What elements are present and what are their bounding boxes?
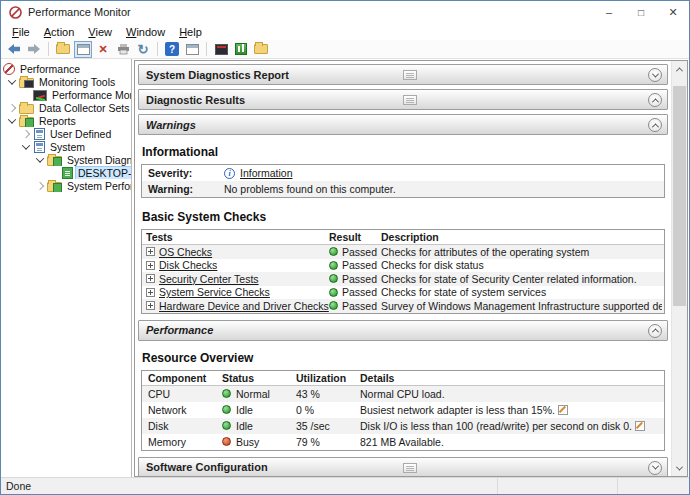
collapse-button[interactable] xyxy=(648,461,662,475)
section-performance[interactable]: Performance xyxy=(138,320,668,341)
help-icon[interactable]: ? xyxy=(163,41,181,58)
test-link[interactable]: Disk Checks xyxy=(159,259,217,271)
test-link[interactable]: System Service Checks xyxy=(159,286,270,298)
note-icon[interactable] xyxy=(635,421,645,431)
expand-chevron-icon[interactable] xyxy=(8,115,16,123)
menu-help[interactable]: Help xyxy=(172,25,209,39)
console-tree: Performance Monitoring Tools Performance… xyxy=(1,59,132,477)
tree-item-reports[interactable]: Reports xyxy=(1,114,131,127)
section-software-configuration[interactable]: Software Configuration xyxy=(138,457,668,477)
tree-item-system-diagnostics[interactable]: System Diagnostics xyxy=(1,153,131,166)
print-icon[interactable] xyxy=(114,41,132,58)
expand-plus-icon[interactable] xyxy=(146,261,155,270)
export-icon[interactable] xyxy=(54,41,72,58)
collapse-button[interactable] xyxy=(648,118,662,132)
expand-chevron-icon[interactable] xyxy=(36,154,44,162)
expand-chevron-icon[interactable] xyxy=(22,129,30,137)
basic-system-checks: Basic System Checks Tests Result Descrip… xyxy=(138,204,668,320)
table-row: Network Idle 0 % Busiest network adapter… xyxy=(142,402,664,418)
chevron-up-icon xyxy=(676,67,683,74)
tree-item-performance-monitor[interactable]: Performance Monitor xyxy=(1,88,131,101)
performance-monitor-window: Performance Monitor – □ ✕ File Action Vi… xyxy=(0,0,690,495)
menu-action[interactable]: Action xyxy=(37,25,82,39)
status-busy-icon xyxy=(222,437,231,446)
folder-green-icon xyxy=(47,156,62,166)
status-text: Done xyxy=(1,480,497,492)
expand-chevron-icon[interactable] xyxy=(36,181,44,189)
chevron-up-icon xyxy=(651,123,658,130)
test-link[interactable]: Hardware Device and Driver Checks xyxy=(159,300,329,312)
section-diagnostic-results[interactable]: Diagnostic Results xyxy=(138,89,668,110)
toolbar-separator xyxy=(157,42,158,56)
collapse-button[interactable] xyxy=(648,93,662,107)
section-system-diagnostics-report[interactable]: System Diagnostics Report xyxy=(138,64,668,85)
table-row: Hardware Device and Driver Checks Passed… xyxy=(142,299,664,313)
collapse-button[interactable] xyxy=(648,324,662,338)
informational-table: Severity: i Information Warning: No prob… xyxy=(141,164,665,198)
table-icon xyxy=(403,95,417,105)
warnings-content: Informational Severity: i Information Wa… xyxy=(138,139,668,204)
resource-overview-heading: Resource Overview xyxy=(142,351,665,365)
tree-item-data-collector-sets[interactable]: Data Collector Sets xyxy=(1,101,131,114)
expand-chevron-icon[interactable] xyxy=(8,76,16,84)
table-row: Security Center Tests Passed Checks for … xyxy=(142,272,664,286)
tree-item-system[interactable]: System xyxy=(1,140,131,153)
menu-bar: File Action View Window Help xyxy=(1,23,689,40)
table-row: Warning: No problems found on this compu… xyxy=(142,181,664,197)
delete-icon[interactable]: ✕ xyxy=(94,41,112,58)
expand-plus-icon[interactable] xyxy=(146,288,155,297)
menu-file[interactable]: File xyxy=(5,25,37,39)
status-idle-icon xyxy=(222,405,231,414)
test-link[interactable]: OS Checks xyxy=(159,246,212,258)
console-icon[interactable] xyxy=(212,41,230,58)
menu-view[interactable]: View xyxy=(81,25,119,39)
window-title: Performance Monitor xyxy=(28,6,131,18)
tree-item-system-performance[interactable]: System Performance xyxy=(1,179,131,192)
chart-icon[interactable] xyxy=(232,41,250,58)
close-button[interactable]: ✕ xyxy=(657,1,689,23)
expand-chevron-icon[interactable] xyxy=(8,103,16,111)
scroll-down-button[interactable] xyxy=(672,460,687,476)
tree-item-performance[interactable]: Performance xyxy=(1,62,131,75)
status-bar: Done xyxy=(1,477,689,494)
tree-item-desktop-report[interactable]: DESKTOP-Q54P xyxy=(1,166,131,179)
expand-plus-icon[interactable] xyxy=(146,274,155,283)
vertical-scrollbar[interactable] xyxy=(671,61,687,476)
status-idle-icon xyxy=(222,421,231,430)
expand-plus-icon[interactable] xyxy=(146,247,155,256)
minimize-button[interactable]: – xyxy=(593,1,625,23)
table-row: OS Checks Passed Checks for attributes o… xyxy=(142,245,664,259)
refresh-icon[interactable]: ↻ xyxy=(134,41,152,58)
menu-window[interactable]: Window xyxy=(119,25,172,39)
report-icon xyxy=(34,128,45,140)
forward-arrow-icon[interactable] xyxy=(25,41,43,58)
expand-plus-icon[interactable] xyxy=(146,301,155,310)
table-icon xyxy=(403,463,417,473)
section-warnings[interactable]: Warnings xyxy=(138,114,668,135)
table-header: Tests Result Description xyxy=(142,230,664,245)
back-arrow-icon[interactable] xyxy=(5,41,23,58)
scroll-up-button[interactable] xyxy=(672,61,687,77)
toolbar: ✕ ↻ ? xyxy=(1,40,689,59)
scrollbar-thumb[interactable] xyxy=(673,86,686,306)
maximize-button[interactable]: □ xyxy=(625,1,657,23)
window-controls: – □ ✕ xyxy=(593,1,689,23)
show-console-tree-icon[interactable] xyxy=(74,41,92,58)
collapse-button[interactable] xyxy=(648,68,662,82)
folder-icon[interactable] xyxy=(252,41,270,58)
test-link[interactable]: Security Center Tests xyxy=(159,273,259,285)
new-window-icon[interactable] xyxy=(183,41,201,58)
passed-icon xyxy=(329,261,338,270)
report-green-icon xyxy=(62,167,73,179)
tree-item-monitoring-tools[interactable]: Monitoring Tools xyxy=(1,75,131,88)
information-link[interactable]: Information xyxy=(240,167,293,179)
tree-item-user-defined[interactable]: User Defined xyxy=(1,127,131,140)
table-row: Disk Checks Passed Checks for disk statu… xyxy=(142,259,664,273)
note-icon[interactable] xyxy=(558,405,568,415)
expand-chevron-icon[interactable] xyxy=(22,141,30,149)
table-row: Memory Busy 79 % 821 MB Available. xyxy=(142,434,664,450)
table-row: CPU Normal 43 % Normal CPU load. xyxy=(142,386,664,402)
performance-icon xyxy=(3,63,15,75)
toolbar-separator xyxy=(206,42,207,56)
status-normal-icon xyxy=(222,389,231,398)
